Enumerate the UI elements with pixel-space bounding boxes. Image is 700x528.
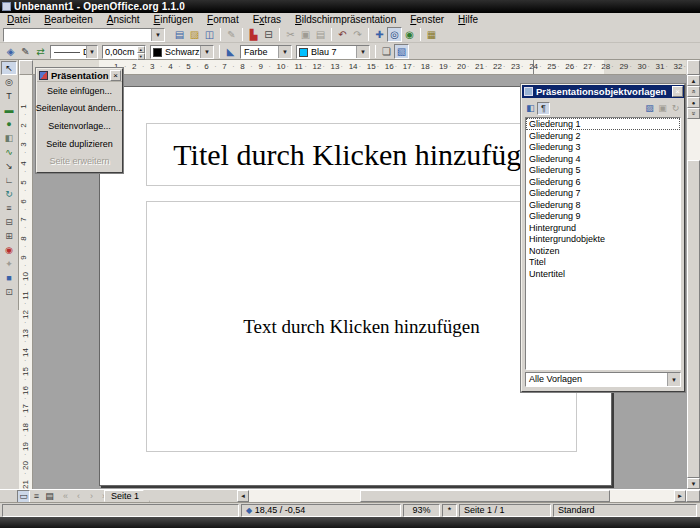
split-view-button[interactable] (687, 60, 700, 75)
style-item-untertitel[interactable]: Untertitel (526, 268, 680, 280)
curve-tool[interactable]: ∿ (1, 145, 17, 159)
style-filter-select[interactable]: Alle Vorlagen ▼ (525, 372, 681, 387)
fill-type-select[interactable]: Farbe ▼ (240, 45, 292, 59)
arrange-tool[interactable]: ⊟ (1, 215, 17, 229)
line-dialog-button[interactable]: ✎ (18, 44, 33, 59)
save-button[interactable]: ◫ (202, 27, 217, 42)
spin-down-icon[interactable]: ▼ (137, 53, 145, 60)
fill-format-mode-button[interactable]: ▨ (643, 102, 656, 115)
horizontal-scroll-thumb[interactable] (360, 490, 610, 502)
graphic-styles-button[interactable]: ◧ (524, 102, 537, 115)
menu-einf-gen[interactable]: Einfügen (147, 13, 200, 26)
close-icon[interactable]: × (672, 86, 683, 97)
scroll-right-icon[interactable]: ► (674, 490, 686, 502)
connectors-tool[interactable]: ∟ (1, 173, 17, 187)
style-item-gliederung-4[interactable]: Gliederung 4 (526, 153, 680, 165)
horizontal-scrollbar[interactable] (249, 490, 674, 502)
gallery-button[interactable]: ▦ (424, 27, 439, 42)
export-pdf-button[interactable]: ▙ (246, 27, 261, 42)
style-item-gliederung-3[interactable]: Gliederung 3 (526, 141, 680, 153)
menu-ansicht[interactable]: Ansicht (100, 13, 147, 26)
style-item-gliederung-2[interactable]: Gliederung 2 (526, 130, 680, 142)
arrow-ends-button[interactable]: ⇄ (33, 44, 48, 59)
palette-item-seitenvorlage[interactable]: Seitenvorlage... (37, 117, 122, 135)
status-zoom-field[interactable]: 93% (403, 504, 440, 517)
style-item-notizen[interactable]: Notizen (526, 245, 680, 257)
style-item-gliederung-8[interactable]: Gliederung 8 (526, 199, 680, 211)
title-placeholder-frame[interactable]: Titel durch Klicken hinzufügen (146, 123, 577, 186)
status-position-field[interactable]: ◆ 18,45 / -0,54 (241, 504, 401, 517)
stylist-title-bar[interactable]: Präsentationsobjektvorlagen × (522, 85, 684, 98)
area-fill-button[interactable]: ◣ (223, 44, 238, 59)
3d-attributes-tool[interactable]: ■ (1, 271, 17, 285)
style-item-gliederung-9[interactable]: Gliederung 9 (526, 210, 680, 222)
spin-up-icon[interactable]: ▲ (137, 46, 145, 53)
style-list[interactable]: Gliederung 1Gliederung 2Gliederung 3Glie… (525, 117, 681, 370)
palette-item-seite-einf-gen[interactable]: Seite einfügen... (37, 82, 122, 100)
menu-extras[interactable]: Extras (246, 13, 288, 26)
fill-color-select[interactable]: Blau 7 ▼ (296, 45, 370, 59)
scroll-down-icon[interactable]: ▼ (687, 478, 700, 489)
preview-button[interactable]: ▧ (394, 44, 409, 59)
palette-item-seite-duplizieren[interactable]: Seite duplizieren (37, 135, 122, 153)
previous-page-icon[interactable]: » (687, 86, 700, 97)
system-menu-icon[interactable] (2, 2, 11, 11)
style-item-titel[interactable]: Titel (526, 256, 680, 268)
style-item-gliederung-7[interactable]: Gliederung 7 (526, 187, 680, 199)
dropdown-arrow-icon[interactable]: ▼ (200, 46, 213, 58)
menu-format[interactable]: Format (200, 13, 246, 26)
palette-item-seitenlayout-ndern[interactable]: Seitenlayout ändern... (37, 100, 122, 118)
select-tool[interactable]: ↖ (1, 61, 17, 75)
style-item-gliederung-5[interactable]: Gliederung 5 (526, 164, 680, 176)
ellipse-tool[interactable]: ● (1, 117, 17, 131)
interaction-tool[interactable]: ◉ (1, 243, 17, 257)
style-item-hintergrund[interactable]: Hintergrund (526, 222, 680, 234)
vertical-scroll-thumb[interactable] (687, 160, 700, 478)
palette-title-bar[interactable]: Präsentation × (37, 69, 122, 82)
vertical-scrollbar[interactable]: ▲ » ● » ▼ (687, 60, 700, 489)
open-button[interactable]: ▨ (187, 27, 202, 42)
print-button[interactable]: ⊟ (261, 27, 276, 42)
page-tab[interactable]: Seite 1 (104, 490, 150, 502)
insert-tool[interactable]: ⊞ (1, 229, 17, 243)
text-placeholder-frame[interactable]: Text durch Klicken hinzufügen (146, 201, 577, 452)
navigator-button[interactable]: ✚ (372, 27, 387, 42)
navigation-icon[interactable]: ● (687, 97, 700, 108)
line-style-select[interactable]: D ▼ (50, 45, 98, 59)
objects-3d-tool[interactable]: ◧ (1, 131, 17, 145)
load-url-field[interactable]: ▼ (3, 28, 165, 42)
hyperlink-button[interactable]: ◉ (402, 27, 417, 42)
close-icon[interactable]: × (110, 70, 121, 81)
dropdown-arrow-icon[interactable]: ▼ (667, 373, 680, 386)
vertical-ruler[interactable]: 1·2·3·4·5·6·7·8·9·10·11·12·13·14·15·16·1… (19, 75, 33, 489)
line-color-select[interactable]: Schwarz ▼ (150, 45, 214, 59)
dropdown-arrow-icon[interactable]: ▼ (356, 46, 369, 58)
zoom-tool[interactable]: ◎ (1, 75, 17, 89)
edit-points-button[interactable]: ◈ (3, 44, 18, 59)
alignment-tool[interactable]: ≡ (1, 201, 17, 215)
dropdown-arrow-icon[interactable]: ▼ (151, 29, 164, 41)
status-modified-field[interactable]: * (442, 504, 457, 517)
line-width-input[interactable]: 0,00cm ▲▼ (102, 45, 146, 59)
scroll-up-icon[interactable]: ▲ (687, 75, 700, 86)
lines-arrows-tool[interactable]: ↘ (1, 159, 17, 173)
presentation-styles-button[interactable]: ¶ (537, 102, 550, 115)
text-tool[interactable]: T (1, 89, 17, 103)
dropdown-arrow-icon[interactable]: ▼ (86, 46, 97, 58)
scroll-left-icon[interactable]: ◄ (237, 490, 249, 502)
presentation-box-tool[interactable]: ⊡ (1, 285, 17, 299)
menu-datei[interactable]: Datei (0, 13, 37, 26)
shadow-button[interactable]: ❏ (379, 44, 394, 59)
style-item-gliederung-6[interactable]: Gliederung 6 (526, 176, 680, 188)
rectangle-tool[interactable]: ▬ (1, 103, 17, 117)
next-page-icon[interactable]: » (687, 108, 700, 119)
menu-hilfe[interactable]: Hilfe (451, 13, 485, 26)
style-item-hintergrundobjekte[interactable]: Hintergrundobjekte (526, 233, 680, 245)
menu-bearbeiten[interactable]: Bearbeiten (37, 13, 99, 26)
status-page-field[interactable]: Seite 1 / 1 (459, 504, 551, 517)
style-item-gliederung-1[interactable]: Gliederung 1 (526, 118, 680, 130)
dropdown-arrow-icon[interactable]: ▼ (278, 46, 291, 58)
status-template-field[interactable]: Standard (553, 504, 697, 517)
undo-button[interactable]: ↶ (335, 27, 350, 42)
zoom-button[interactable]: ◎ (387, 27, 402, 42)
